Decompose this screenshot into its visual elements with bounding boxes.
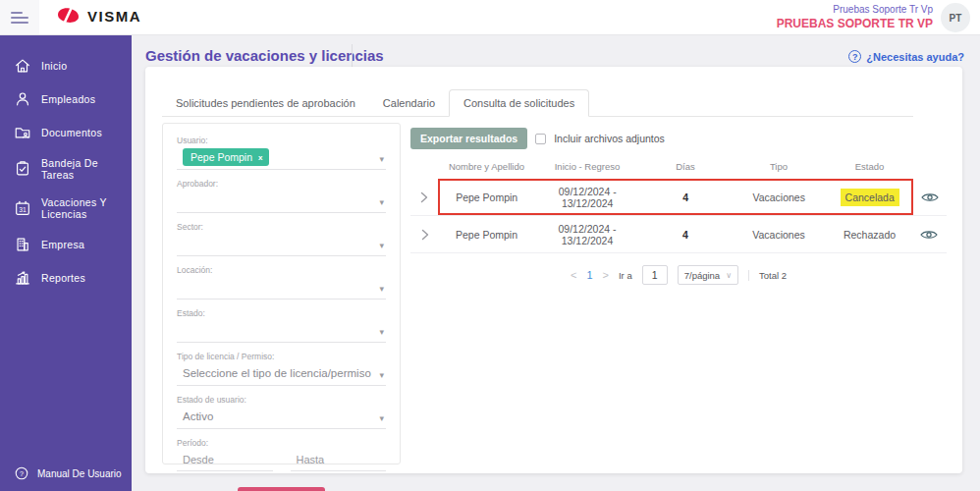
tab-bar: Solicitudes pendientes de aprobación Cal… [162,90,913,117]
chart-icon [14,269,31,287]
pagination: < 1 > Ir a 1 7/página ∨ Total 2 [410,265,947,285]
estado-usuario-select[interactable]: Activo ▾ [177,408,386,429]
column-header-estado: Estado [828,161,911,172]
periodo-hasta-input[interactable]: Hasta [291,451,387,471]
sidebar-item-bandeja-de-tareas[interactable]: Bandeja De Tareas [0,149,132,189]
usuario-chip-label: Pepe Pompin [191,151,252,163]
help-link[interactable]: ? ¿Necesitas ayuda? [848,50,964,63]
next-page-button[interactable]: > [603,269,609,281]
cell-tipo: Vacaciones [730,191,828,203]
filter-sector: Sector: ▾ [177,222,386,256]
sidebar-item-label: Documentos [41,127,102,138]
estado-badge-cancelada: Cancelada [841,189,899,206]
table-row: Pepe Pompin 09/12/2024 - 13/12/2024 4 Va… [410,216,947,253]
cell-dias: 4 [641,191,730,203]
locacion-select[interactable]: ▾ [177,278,386,300]
tipo-licencia-placeholder: Seleccione el tipo de licencia/permiso [183,367,371,379]
page-size-select[interactable]: 7/página ∨ [678,265,738,285]
eye-icon [921,191,939,203]
avatar[interactable]: PT [941,3,970,32]
column-header-inicio-regreso: Inicio - Regreso [533,161,641,172]
cell-dias: 4 [641,229,730,241]
chevron-down-icon: ∨ [726,271,732,280]
chevron-right-icon [421,229,429,241]
filter-estado: Estado: ▾ [177,308,386,343]
visma-swoosh-icon [57,7,81,25]
documents-icon [14,124,31,141]
sidebar-item-label: Empleados [41,93,95,105]
question-circle-icon: ? [14,465,29,481]
sidebar-item-vacaciones-y-licencias[interactable]: 31 Vacaciones Y Licencias [0,189,132,228]
sector-select[interactable]: ▾ [177,235,386,256]
expand-row-button[interactable] [410,216,440,252]
sidebar-item-inicio[interactable]: Inicio [0,49,132,82]
user-name-primary: PRUEBAS SOPORTE TR VP [777,17,933,31]
calendar-icon: 31 [14,199,31,217]
expand-row-button[interactable] [410,179,438,215]
tasks-icon [14,160,31,178]
tab-solicitudes-pendientes[interactable]: Solicitudes pendientes de aprobación [162,90,369,116]
sidebar-item-empleados[interactable]: Empleados [0,82,132,116]
filter-label: Sector: [177,222,386,232]
view-details-button[interactable] [911,216,947,252]
filter-locacion: Locación: ▾ [177,265,386,300]
goto-page-input[interactable]: 1 [642,265,668,285]
menu-toggle-button[interactable] [0,0,39,34]
eye-icon [920,229,938,241]
user-name-secondary: Pruebas Soporte Tr Vp [777,4,933,17]
periodo-desde-input[interactable]: Desde [177,451,273,471]
sidebar-item-manual-de-usuario[interactable]: ? Manual De Usuario [0,456,132,491]
row-cells: Pepe Pompin 09/12/2024 - 13/12/2024 4 Va… [440,216,911,252]
attachments-checkbox-label: Incluir archivos adjuntos [554,133,665,144]
filter-label: Tipo de licencia / Permiso: [177,352,386,361]
attachments-checkbox[interactable] [535,134,546,144]
results-panel: Exportar resultados Incluir archivos adj… [410,128,947,285]
aprobador-select[interactable]: ▾ [177,191,386,213]
cell-nombre: Pepe Pompin [440,191,533,203]
help-link-label: ¿Necesitas ayuda? [866,51,964,63]
tab-consulta-de-solicitudes[interactable]: Consulta de solicitudes [449,89,589,117]
sidebar-item-label: Bandeja De Tareas [41,157,132,181]
chip-remove-icon[interactable]: x [258,153,262,162]
filter-estado-usuario: Estado de usuario: Activo ▾ [177,395,386,429]
filter-tipo-licencia: Tipo de licencia / Permiso: Seleccione e… [177,352,386,386]
filter-label: Estado de usuario: [177,395,386,405]
chevron-down-icon: ▾ [379,197,384,207]
filter-label: Usuario: [177,136,386,145]
filter-label: Aprobador: [177,179,386,189]
svg-text:?: ? [20,469,24,478]
brand-name: VISMA [87,8,141,25]
usuario-select[interactable]: Pepe Pompin x ▾ [177,148,386,170]
page-title: Gestión de vacaciones y licencias [145,47,384,64]
content-card: Solicitudes pendientes de aprobación Cal… [145,67,962,473]
chevron-down-icon: ▾ [379,154,384,164]
title-divider [352,44,353,69]
sidebar-item-documentos[interactable]: Documentos [0,116,132,149]
chevron-down-icon: ▾ [379,370,384,380]
page-number-1[interactable]: 1 [586,269,592,281]
table-header-row: Nombre y Apellido Inicio - Regreso Días … [410,153,947,179]
tipo-licencia-select[interactable]: Seleccione el tipo de licencia/permiso ▾ [177,364,386,386]
row-cells-highlight-box: Pepe Pompin 09/12/2024 - 13/12/2024 4 Va… [438,179,913,215]
filter-usuario: Usuario: Pepe Pompin x ▾ [177,136,386,170]
filter-aprobador: Aprobador: ▾ [177,179,386,213]
sidebar-footer-label: Manual De Usuario [37,468,122,479]
buscar-button[interactable]: Buscar [238,487,325,491]
tab-calendario[interactable]: Calendario [369,90,449,116]
help-question-icon: ? [848,50,861,63]
cell-rango: 09/12/2024 - 13/12/2024 [533,186,641,209]
prev-page-button[interactable]: < [571,269,576,281]
sidebar-item-reportes[interactable]: Reportes [0,261,132,295]
view-details-button[interactable] [913,179,947,215]
hamburger-icon [11,12,28,24]
chevron-down-icon: ▾ [379,241,384,250]
export-results-button[interactable]: Exportar resultados [410,128,527,149]
cell-rango: 09/12/2024 - 13/12/2024 [533,223,641,246]
estado-select[interactable]: ▾ [177,321,386,343]
sidebar: Inicio Empleados Documentos Bandeja De T… [0,35,132,491]
chevron-down-icon: ▾ [379,327,384,337]
sidebar-item-empresa[interactable]: Empresa [0,228,132,261]
sidebar-item-label: Reportes [41,272,85,284]
filters-panel: Usuario: Pepe Pompin x ▾ Aprobador: ▾ Se… [162,123,401,464]
user-info: Pruebas Soporte Tr Vp PRUEBAS SOPORTE TR… [777,4,933,31]
